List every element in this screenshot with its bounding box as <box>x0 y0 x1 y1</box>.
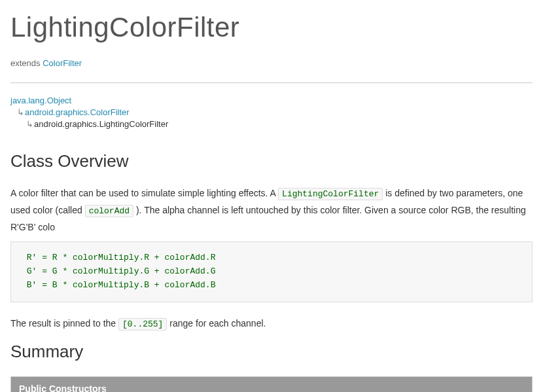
constructors-header: Public Constructors <box>11 377 532 392</box>
hierarchy-arrow-icon: ↳ <box>26 119 33 129</box>
overview-paragraph: A color filter that can be used to simul… <box>10 185 533 235</box>
inline-code: [0..255] <box>118 318 167 330</box>
summary-table: Public Constructors LightingColorFilter … <box>10 376 533 392</box>
hierarchy-arrow-icon: ↳ <box>17 107 24 117</box>
hierarchy-current-class: android.graphics.LightingColorFilter <box>34 119 168 129</box>
extends-label: extends <box>10 58 41 68</box>
code-block: R' = R * colorMultiply.R + colorAdd.R G'… <box>10 241 533 302</box>
divider <box>10 82 533 83</box>
result-text: range for each channel. <box>167 318 266 329</box>
summary-heading: Summary <box>10 338 533 366</box>
result-paragraph: The result is pinned to the [0..255] ran… <box>10 315 533 332</box>
inheritance-hierarchy: java.lang.Object ↳android.graphics.Color… <box>10 95 533 131</box>
extends-link[interactable]: ColorFilter <box>43 58 82 68</box>
hierarchy-link-object[interactable]: java.lang.Object <box>10 96 71 105</box>
extends-row: extends ColorFilter <box>10 57 533 71</box>
inline-code: colorAdd <box>85 205 133 217</box>
inline-code: LightingColorFilter <box>278 188 383 200</box>
class-overview-heading: Class Overview <box>10 148 533 175</box>
page-title: LightingColorFilter <box>10 5 533 49</box>
overview-text: A color filter that can be used to simul… <box>10 188 278 198</box>
hierarchy-link-colorfilter[interactable]: android.graphics.ColorFilter <box>25 107 130 117</box>
result-text: The result is pinned to the <box>10 318 118 329</box>
